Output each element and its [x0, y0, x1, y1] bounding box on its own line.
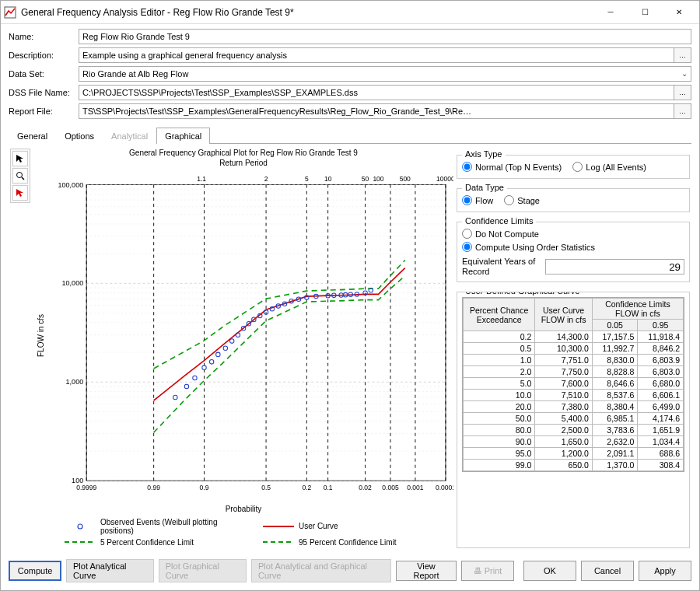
print-icon: 🖶	[474, 566, 482, 575]
legend-p5: 5 Percent Confidence Limit	[65, 538, 247, 547]
conf-none-radio[interactable]: Do Not Compute	[462, 229, 539, 239]
tab-graphical[interactable]: Graphical	[156, 128, 210, 144]
apply-button[interactable]: Apply	[639, 561, 691, 581]
table-row[interactable]: 90.01,650.02,632.01,034.4	[464, 436, 684, 448]
table-row[interactable]: 20.07,380.08,380.46,499.0	[464, 401, 684, 413]
table-row[interactable]: 5.07,600.08,646.66,680.0	[464, 378, 684, 390]
tab-general[interactable]: General	[9, 128, 56, 144]
confidence-limits-title: Confidence Limits	[462, 216, 536, 226]
col-user-curve: User Curve FLOW in cfs	[535, 299, 593, 331]
table-row[interactable]: 1.07,751.08,830.06,803.9	[464, 355, 684, 366]
chart-title: General Frequency Graphical Plot for Reg…	[33, 149, 453, 157]
reportfile-browse-button[interactable]: …	[674, 103, 691, 119]
app-icon	[4, 6, 16, 19]
dataset-select[interactable]: Rio Grande at Alb Reg Flow⌄	[79, 66, 691, 82]
dataset-label: Data Set:	[9, 69, 79, 79]
tab-options[interactable]: Options	[56, 128, 103, 144]
col-conf-group: Confidence Limits FLOW in cfs	[592, 299, 683, 320]
svg-text:0.02: 0.02	[359, 484, 372, 491]
chart-legend: Observed Events (Weibull plotting positi…	[33, 515, 453, 548]
chart-x-axis-label: Probability	[33, 503, 453, 515]
svg-text:0.2: 0.2	[302, 484, 311, 491]
axis-type-group: Axis Type Normal (Top N Events) Log (All…	[457, 155, 690, 179]
tab-bar: General Options Analytical Graphical	[9, 127, 691, 144]
data-flow-radio[interactable]: Flow	[462, 195, 493, 205]
svg-text:0.99: 0.99	[147, 484, 160, 491]
eq-years-label: Equivalent Years of Record	[462, 257, 539, 277]
svg-text:0.9: 0.9	[200, 484, 209, 491]
table-row[interactable]: 99.0650.01,370.0308.4	[464, 460, 684, 471]
description-browse-button[interactable]: …	[674, 47, 691, 63]
svg-point-67	[193, 376, 197, 380]
svg-text:1,000: 1,000	[66, 378, 84, 386]
chart-y-axis-label: FLOW in cfs	[37, 314, 45, 357]
chart-return-period-label: Return Period	[33, 159, 453, 167]
svg-text:100: 100	[373, 175, 383, 183]
name-label: Name:	[9, 32, 79, 41]
svg-text:0.9999: 0.9999	[76, 484, 96, 491]
print-button: 🖶 Print	[461, 561, 514, 581]
legend-observed: Observed Events (Weibull plotting positi…	[65, 518, 247, 535]
col-p05: 0.05	[592, 320, 638, 331]
svg-line-2	[22, 177, 24, 180]
zoom-tool-button[interactable]	[12, 168, 28, 184]
svg-point-1	[17, 173, 23, 178]
svg-point-72	[230, 339, 234, 344]
plot-both-button: Plot Analytical and Graphical Curve	[251, 559, 391, 582]
svg-text:0.5: 0.5	[261, 484, 271, 491]
chevron-down-icon: ⌄	[681, 69, 688, 78]
user-curve-table[interactable]: Percent Chance Exceedance User Curve FLO…	[462, 297, 684, 472]
data-type-group: Data Type Flow Stage	[457, 188, 690, 212]
right-panel: Axis Type Normal (Top N Events) Log (All…	[457, 149, 690, 548]
reportfile-label: Report File:	[9, 107, 79, 116]
minimize-button[interactable]: ─	[593, 1, 628, 24]
footer: Compute Plot Analytical Curve Plot Graph…	[1, 554, 699, 590]
svg-text:2: 2	[264, 175, 268, 183]
chart-plot[interactable]: 1001,00010,000100,0000.99990.990.90.50.2…	[47, 169, 453, 503]
svg-text:10: 10	[324, 175, 332, 183]
col-p95: 0.95	[638, 320, 684, 331]
table-row[interactable]: 50.05,400.06,985.14,174.6	[464, 413, 684, 425]
user-curve-table-group: User-Defined Graphical Curve Percent Cha…	[457, 292, 690, 547]
svg-text:0.005: 0.005	[382, 484, 399, 491]
window-title: General Frequency Analysis Editor - Reg …	[21, 7, 294, 18]
name-input[interactable]: Reg Flow Rio Grande Test 9	[79, 29, 691, 44]
svg-point-69	[209, 360, 213, 365]
table-row[interactable]: 80.02,500.03,783.61,651.9	[464, 425, 684, 436]
view-report-button[interactable]: View Report	[396, 561, 457, 581]
chart-area: General Frequency Graphical Plot for Reg…	[33, 149, 453, 548]
dssfile-input[interactable]: C:\PROJECTS\SSP\Projects\Test\SSP_Exampl…	[79, 85, 674, 100]
table-row[interactable]: 0.214,300.017,157.511,918.4	[464, 331, 684, 343]
axis-log-radio[interactable]: Log (All Events)	[572, 162, 646, 172]
legend-p95: 95 Percent Confidence Limit	[263, 538, 446, 547]
plot-analytical-button[interactable]: Plot Analytical Curve	[66, 559, 154, 582]
table-row[interactable]: 95.01,200.02,091.1688.6	[464, 448, 684, 460]
reportfile-input[interactable]: TS\SSP\Projects\Test\SSP_Examples\Genera…	[79, 103, 674, 119]
svg-text:10,000: 10,000	[62, 279, 84, 287]
description-label: Description:	[9, 51, 79, 60]
conf-order-radio[interactable]: Compute Using Order Statistics	[462, 242, 595, 252]
table-row[interactable]: 2.07,750.08,828.86,803.0	[464, 366, 684, 378]
table-row[interactable]: 0.510,300.011,992.78,846.2	[464, 343, 684, 355]
svg-point-70	[216, 352, 220, 357]
maximize-button[interactable]: ☐	[628, 1, 662, 24]
svg-text:0.001: 0.001	[407, 484, 424, 491]
ok-button[interactable]: OK	[523, 561, 576, 581]
pointer-tool-button[interactable]	[12, 151, 28, 166]
cancel-button[interactable]: Cancel	[581, 561, 634, 581]
dssfile-browse-button[interactable]: …	[674, 85, 691, 100]
data-stage-radio[interactable]: Stage	[504, 195, 540, 205]
description-input[interactable]: Example using a graphical general freque…	[79, 47, 674, 63]
eq-years-input[interactable]	[545, 259, 684, 275]
content: Name: Reg Flow Rio Grande Test 9 Descrip…	[1, 24, 699, 554]
edit-points-tool-button[interactable]	[12, 185, 28, 201]
table-row[interactable]: 10.07,510.08,537.66,606.1	[464, 390, 684, 401]
svg-text:5: 5	[305, 175, 309, 183]
titlebar: General Frequency Analysis Editor - Reg …	[1, 1, 699, 24]
close-button[interactable]: ✕	[662, 1, 696, 24]
plot-graphical-button: Plot Graphical Curve	[159, 559, 247, 582]
axis-normal-radio[interactable]: Normal (Top N Events)	[462, 162, 562, 172]
data-type-title: Data Type	[462, 183, 507, 192]
svg-point-71	[223, 346, 227, 351]
compute-button[interactable]: Compute	[9, 561, 61, 581]
